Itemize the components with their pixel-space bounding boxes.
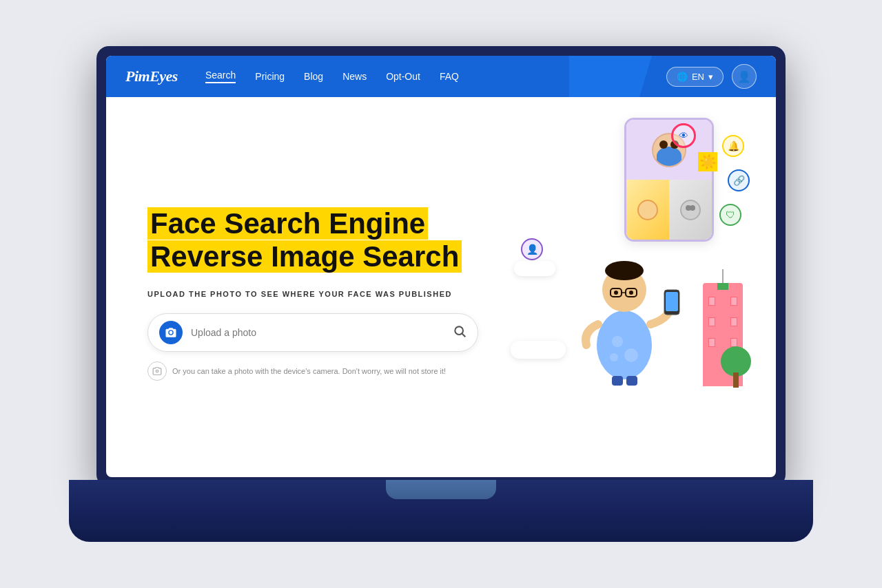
cloud-left [514, 261, 555, 276]
bell-float-icon: 🔔 [722, 135, 744, 157]
hero-left: Face Search Engine Reverse Image Search … [147, 207, 506, 381]
search-box[interactable] [147, 313, 478, 352]
nav-link-faq[interactable]: FAQ [440, 71, 459, 82]
svg-point-12 [614, 291, 618, 295]
search-icon [453, 324, 466, 338]
svg-rect-15 [666, 292, 678, 311]
nav-right: 🌐 EN ▾ 👤 [666, 64, 757, 89]
chevron-down-icon: ▾ [708, 72, 713, 82]
svg-point-0 [455, 326, 463, 335]
search-submit-button[interactable] [453, 324, 466, 342]
svg-line-1 [462, 334, 466, 337]
camera-hint-icon [147, 361, 167, 381]
svg-point-2 [156, 370, 158, 373]
laptop-body: PimEyes Search Pricing Blog News Opt-Out… [96, 46, 786, 487]
hero-illustration: 👁 [507, 104, 755, 400]
svg-point-4 [612, 336, 623, 347]
camera-small-icon [152, 366, 162, 376]
network-float-icon: 🔗 [728, 169, 750, 191]
laptop: PimEyes Search Pricing Blog News Opt-Out… [96, 46, 786, 542]
nav-link-pricing[interactable]: Pricing [255, 71, 285, 82]
camera-icon [165, 326, 177, 339]
globe-icon: 🌐 [677, 72, 688, 82]
shield-float-icon: 🛡 [719, 204, 741, 226]
nav-link-news[interactable]: News [342, 71, 367, 82]
sun-icon: ☀️ [698, 152, 717, 171]
person-svg-illustration [562, 221, 686, 386]
hero-subtitle: UPLOAD THE PHOTO TO SEE WHERE YOUR FACE … [147, 290, 506, 298]
person-float-icon: 👤 [521, 238, 543, 260]
user-icon: 👤 [737, 70, 751, 83]
navbar: PimEyes Search Pricing Blog News Opt-Out… [106, 56, 776, 97]
laptop-base [69, 480, 813, 542]
laptop-hinge [386, 480, 496, 499]
nav-links: Search Pricing Blog News Opt-Out FAQ [205, 70, 459, 83]
svg-point-3 [597, 311, 652, 379]
headline-line2: Reverse Image Search [147, 240, 462, 273]
svg-point-6 [610, 353, 618, 361]
language-label: EN [692, 72, 704, 82]
tree-illustration [721, 346, 751, 388]
camera-hint: Or you can take a photo with the device'… [147, 361, 506, 381]
language-button[interactable]: 🌐 EN ▾ [666, 67, 724, 87]
svg-rect-16 [612, 376, 623, 386]
logo[interactable]: PimEyes [125, 67, 178, 85]
nav-link-search[interactable]: Search [205, 70, 236, 83]
upload-icon [159, 321, 183, 344]
camera-hint-text: Or you can take a photo with the device'… [172, 367, 446, 375]
nav-link-blog[interactable]: Blog [304, 71, 323, 82]
nav-link-optout[interactable]: Opt-Out [386, 71, 420, 82]
svg-rect-17 [626, 376, 637, 386]
hero-headline: Face Search Engine Reverse Image Search [147, 207, 506, 274]
svg-point-8 [605, 261, 644, 280]
cloud-bottom [511, 341, 566, 359]
laptop-screen: PimEyes Search Pricing Blog News Opt-Out… [106, 56, 776, 477]
main-content: Face Search Engine Reverse Image Search … [106, 97, 776, 477]
headline-line1: Face Search Engine [147, 207, 428, 240]
search-input[interactable] [191, 327, 453, 338]
user-account-button[interactable]: 👤 [732, 64, 757, 89]
svg-point-13 [629, 291, 633, 295]
svg-point-5 [624, 348, 638, 362]
